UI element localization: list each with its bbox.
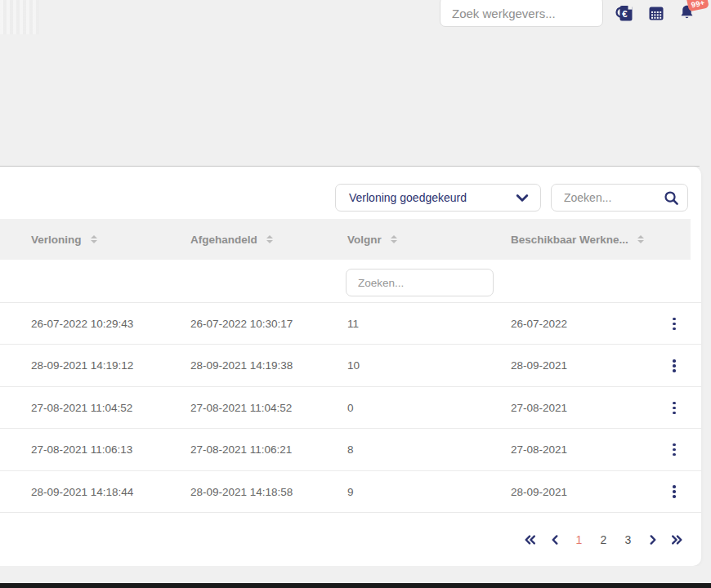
pagination-prev-icon[interactable] (547, 532, 562, 548)
document-euro-icon: € (619, 5, 633, 21)
column-label: Afgehandeld (190, 234, 257, 246)
corner-stripes-decoration (0, 0, 39, 34)
sort-icon (391, 235, 397, 244)
cell-afgehandeld: 26-07-2022 10:30:17 (190, 303, 293, 345)
volgnr-filter-box (346, 269, 494, 296)
pagination: 1 2 3 (522, 513, 685, 566)
row-actions-kebab-icon[interactable] (666, 387, 682, 429)
cell-beschikbaar: 27-08-2021 (511, 387, 567, 429)
cell-volgnr: 8 (347, 429, 354, 470)
table-row: 26-07-2022 10:29:43 26-07-2022 10:30:17 … (0, 303, 701, 345)
column-label: Volgnr (347, 234, 382, 246)
chevron-down-icon (516, 194, 529, 203)
table-row: 27-08-2021 11:04:52 27-08-2021 11:04:52 … (0, 387, 701, 429)
cell-afgehandeld: 27-08-2021 11:06:21 (190, 429, 292, 470)
notification-count-badge: 99+ (686, 0, 709, 11)
cell-beschikbaar: 28-09-2021 (511, 471, 567, 513)
table-row: 28-09-2021 14:18:44 28-09-2021 14:18:58 … (0, 471, 701, 513)
column-header-beschikbaar-werknemer[interactable]: Beschikbaar Werkne... (511, 219, 644, 260)
cell-volgnr: 0 (347, 387, 354, 429)
cell-afgehandeld: 28-09-2021 14:18:58 (190, 471, 293, 513)
employer-search-input[interactable] (452, 7, 615, 20)
pagination-first-icon[interactable] (522, 532, 538, 548)
sort-icon (91, 235, 97, 244)
cell-afgehandeld: 27-08-2021 11:04:52 (190, 387, 292, 429)
cell-beschikbaar: 27-08-2021 (511, 429, 567, 470)
sort-icon (266, 235, 273, 244)
cell-volgnr: 11 (347, 303, 359, 345)
cell-volgnr: 10 (347, 345, 360, 386)
cell-verloning: 26-07-2022 10:29:43 (31, 303, 133, 345)
pagination-page-2[interactable]: 2 (596, 532, 611, 548)
cell-verloning: 27-08-2021 11:04:52 (31, 387, 132, 429)
cell-volgnr: 9 (347, 471, 354, 513)
employer-search-box (440, 0, 603, 27)
table-body: 26-07-2022 10:29:43 26-07-2022 10:30:17 … (0, 302, 701, 513)
column-header-afgehandeld[interactable]: Afgehandeld (190, 219, 273, 260)
status-filter-dropdown[interactable]: Verloning goedgekeurd (335, 184, 541, 212)
svg-text:€: € (622, 9, 628, 19)
pagination-page-1[interactable]: 1 (571, 532, 587, 548)
cell-beschikbaar: 28-09-2021 (511, 345, 567, 386)
cell-verloning: 28-09-2021 14:19:12 (31, 345, 133, 386)
bottom-margin (0, 566, 711, 583)
table-header: Verloning Afgehandeld Volgnr Beschikbaar… (0, 219, 691, 260)
sort-icon (637, 235, 644, 244)
bottom-dark-bar (0, 583, 711, 588)
pagination-last-icon[interactable] (669, 532, 685, 548)
column-label: Beschikbaar Werkne... (511, 234, 628, 246)
table-row: 27-08-2021 11:06:13 27-08-2021 11:06:21 … (0, 429, 701, 470)
cell-verloning: 28-09-2021 14:18:44 (31, 471, 133, 513)
status-filter-value: Verloning goedgekeurd (349, 191, 516, 204)
payroll-document-button[interactable]: € (619, 5, 633, 21)
table-row: 28-09-2021 14:19:12 28-09-2021 14:19:38 … (0, 345, 701, 386)
search-icon[interactable] (664, 190, 679, 206)
row-actions-kebab-icon[interactable] (666, 303, 682, 345)
row-actions-kebab-icon[interactable] (666, 429, 682, 470)
table-search-input[interactable] (564, 191, 664, 204)
pagination-page-3[interactable]: 3 (620, 532, 636, 548)
table-search-box (551, 184, 688, 212)
cell-beschikbaar: 26-07-2022 (511, 303, 567, 345)
pagination-next-icon[interactable] (645, 532, 660, 548)
app-window: € 99+ (0, 0, 711, 588)
volgnr-filter-input[interactable] (358, 277, 481, 289)
cell-verloning: 27-08-2021 11:06:13 (31, 429, 132, 470)
calendar-button[interactable] (649, 7, 664, 20)
payroll-panel: Verloning goedgekeurd (0, 167, 701, 566)
row-actions-kebab-icon[interactable] (666, 345, 682, 386)
calendar-icon (649, 7, 664, 20)
column-label: Verloning (31, 234, 82, 246)
row-actions-kebab-icon[interactable] (666, 471, 682, 513)
cell-afgehandeld: 28-09-2021 14:19:38 (190, 345, 293, 386)
table-filter-row (0, 260, 701, 302)
column-header-volgnr[interactable]: Volgnr (347, 219, 397, 260)
column-header-verloning[interactable]: Verloning (31, 219, 97, 260)
